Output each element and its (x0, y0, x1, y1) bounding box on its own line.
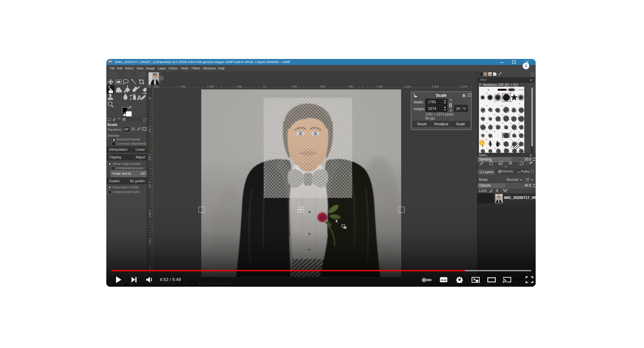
svg-text:As: As (489, 73, 492, 75)
svg-text:A: A (137, 94, 142, 101)
